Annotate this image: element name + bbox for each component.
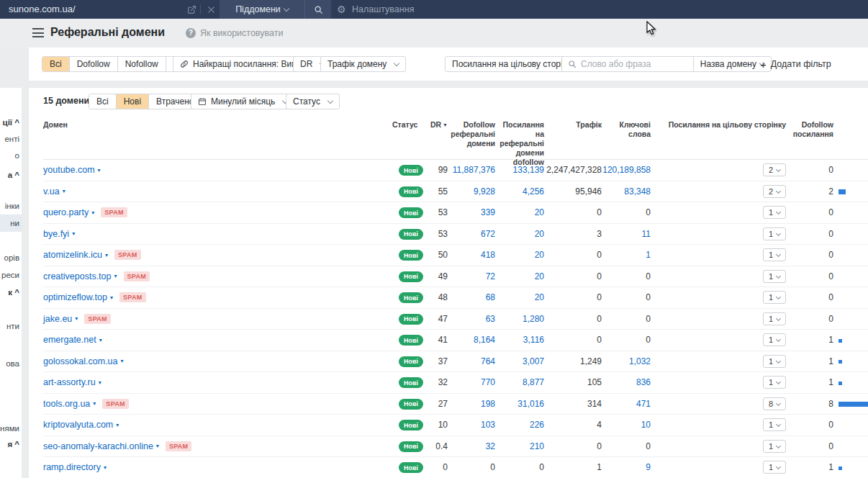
sidebar-item[interactable]: реси [0,271,19,279]
keywords-value[interactable]: 836 [602,377,651,387]
col-header-target-page-links[interactable]: Посилання на цільову сторінку [651,120,792,130]
chevron-down-icon[interactable]: ▾ [93,400,96,407]
domain-link[interactable]: jake.eu [43,314,72,324]
dofollow-ref-domains-value[interactable]: 198 [448,399,495,409]
domain-link[interactable]: creativeposts.top [43,271,112,281]
keywords-value[interactable]: 10 [602,420,651,430]
chevron-down-icon[interactable]: ▾ [105,252,108,258]
domain-link[interactable]: tools.org.ua [43,399,90,409]
target-links-select[interactable]: 2 [763,185,786,198]
ref-domain-links-value[interactable]: 31,016 [495,399,544,409]
col-header-domain[interactable]: Домен [43,120,381,130]
ref-domain-links-value[interactable]: 3,116 [495,335,544,345]
ref-domain-links-value[interactable]: 20 [495,229,544,239]
dofollow-ref-domains-value[interactable]: 770 [448,377,495,387]
sidebar-item[interactable]: о [0,151,19,160]
ref-domain-links-value[interactable]: 20 [495,292,544,302]
chevron-down-icon[interactable]: ▾ [63,188,65,194]
status-filter-button[interactable]: Статус [286,94,340,109]
chevron-down-icon[interactable]: ▾ [114,273,117,279]
menu-icon[interactable] [32,28,44,37]
domain-link[interactable]: kriptovalyuta.com [43,420,113,430]
col-header-keywords[interactable]: Ключові слова [602,120,651,139]
keywords-value[interactable]: 471 [602,399,651,409]
domain-link[interactable]: bye.fyi [43,229,69,239]
domain-link[interactable]: emergate.net [43,335,96,345]
dofollow-ref-domains-value[interactable]: 764 [448,356,495,366]
chevron-down-icon[interactable]: ▾ [75,315,78,322]
target-links-select[interactable]: 1 [763,206,786,219]
ref-domain-links-value[interactable]: 1,280 [495,314,544,324]
target-links-select[interactable]: 1 [763,312,786,325]
open-external-icon[interactable] [186,4,197,15]
domain-link[interactable]: optimizeflow.top [43,292,107,302]
target-links-select[interactable]: 1 [763,291,786,304]
chevron-down-icon[interactable]: ▾ [104,464,107,471]
col-header-dofollow-ref-domains[interactable]: Dofollow реферальні домени [448,120,495,148]
filter-nofollow-button[interactable]: Nofollow [117,57,166,71]
ref-domain-links-value[interactable]: 20 [495,250,544,260]
keywords-value[interactable]: 9 [602,462,651,472]
ref-domain-links-value[interactable]: 226 [495,420,544,430]
keywords-value[interactable]: 1,032 [602,356,651,366]
dofollow-ref-domains-value[interactable]: 103 [448,420,495,430]
col-header-dr[interactable]: DR▼ [422,120,448,130]
ref-domain-links-value[interactable]: 3,007 [495,356,544,366]
ref-domain-links-value[interactable]: 133,139 [495,165,544,175]
add-filter-button[interactable]: +Додати фільтр [756,56,836,72]
dofollow-ref-domains-value[interactable]: 672 [448,229,495,239]
keywords-value[interactable]: 11 [602,229,651,239]
target-links-select[interactable]: 1 [763,440,786,453]
period-filter-button[interactable]: Минулий місяць [191,94,294,109]
target-links-select[interactable]: 1 [763,248,786,261]
target-links-select[interactable]: 1 [763,355,786,368]
target-url-input[interactable]: sunone.com.ua/ [9,0,76,19]
chevron-down-icon[interactable]: ▾ [99,337,102,343]
ref-domain-links-value[interactable]: 20 [495,271,544,281]
dofollow-ref-domains-value[interactable]: 68 [448,292,495,302]
filter-dofollow-button[interactable]: Dofollow [69,57,117,71]
domain-link[interactable]: golossokal.com.ua [43,356,118,366]
state-all-button[interactable]: Всі [89,94,116,109]
filter-all-button[interactable]: Всі [42,57,69,71]
sidebar-item[interactable]: к ^ [0,288,19,297]
dofollow-ref-domains-value[interactable]: 32 [448,441,495,451]
dofollow-ref-domains-value[interactable]: 72 [448,271,495,281]
chevron-down-icon[interactable]: ▾ [98,167,101,173]
keywords-value[interactable]: 83,348 [602,186,651,197]
sidebar-item[interactable]: ни [0,219,19,227]
phrase-search-input[interactable] [577,59,693,69]
domain-link[interactable]: ramp.directory [43,462,101,472]
dofollow-ref-domains-value[interactable]: 418 [448,250,495,260]
chevron-down-icon[interactable]: ▾ [99,379,101,386]
domain-link[interactable]: seo-anomaly-karachi.online [43,441,153,451]
search-icon[interactable] [305,0,331,19]
sidebar-item[interactable]: орів [0,253,19,262]
ref-domain-links-value[interactable]: 20 [495,207,544,217]
state-new-button[interactable]: Нові [116,94,148,109]
domain-link[interactable]: quero.party [43,207,89,217]
target-links-select[interactable]: 1 [763,333,786,346]
domain-link[interactable]: youtube.com [43,165,95,175]
chevron-down-icon[interactable]: ▾ [91,209,94,216]
target-links-select[interactable]: 1 [763,418,786,431]
col-header-traffic[interactable]: Трафік [544,120,602,130]
sidebar-item[interactable]: інки [0,202,19,210]
ref-domain-links-value[interactable]: 4,256 [495,186,544,197]
sidebar-item[interactable]: нями [0,424,19,433]
ref-domain-links-value[interactable]: 8,877 [495,377,544,387]
scope-selector[interactable]: Піддомени [220,4,304,14]
chevron-down-icon[interactable]: ▾ [110,294,113,301]
col-header-status[interactable]: Статус [381,120,422,130]
keywords-value[interactable]: 120,189,858 [602,165,651,175]
target-links-select[interactable]: 1 [763,270,786,283]
target-links-select[interactable]: 2 [763,163,786,176]
sidebar-item[interactable]: ова [0,359,19,368]
target-links-select[interactable]: 8 [763,397,786,410]
settings-label[interactable]: Налаштування [352,0,414,19]
sidebar-item[interactable]: я ^ [0,440,19,448]
gear-icon[interactable]: ⚙ [337,0,346,19]
domain-link[interactable]: atomizelink.icu [43,250,102,260]
sidebar-item[interactable]: а ^ [0,171,19,179]
help-icon[interactable]: ? [186,28,196,38]
